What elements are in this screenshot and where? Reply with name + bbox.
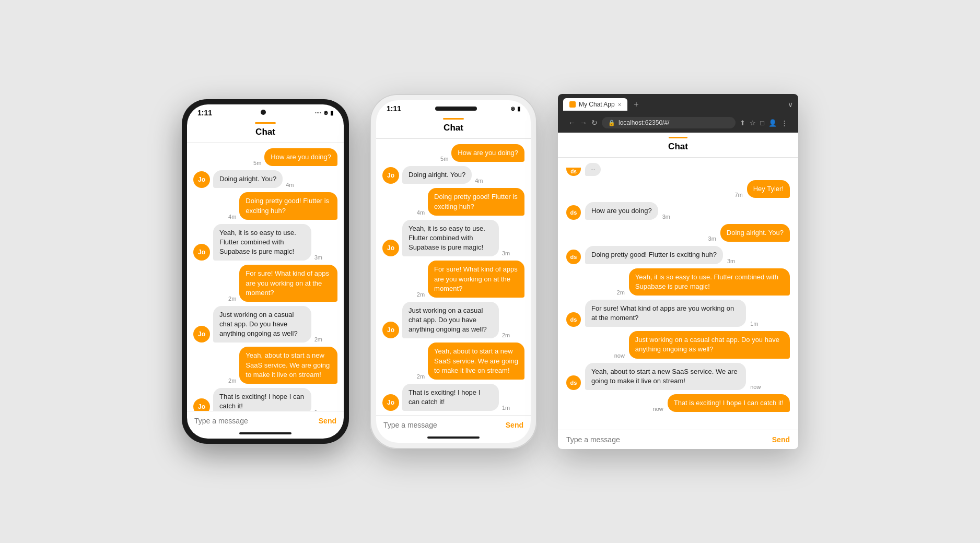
table-row: Jo Yeah, it is so easy to use. Flutter c… — [193, 224, 337, 261]
browser-nav: ← → ↻ 🔒 localhost:62350/#/ ⬆ ☆ □ 👤 ⋮ — [563, 114, 793, 133]
input-bar-light: Send — [376, 415, 531, 434]
msg-time: 2m — [228, 377, 236, 384]
table-row: 2m For sure! What kind of apps are you w… — [193, 265, 337, 302]
received-bubble: For sure! What kind of apps are you work… — [585, 300, 746, 327]
status-time: 1:11 — [197, 109, 212, 117]
table-row: Jo Just working on a casual chat app. Do… — [382, 302, 524, 339]
sent-bubble: Doing pretty good! Flutter is exciting h… — [239, 192, 337, 219]
share-icon[interactable]: ⬆ — [740, 119, 745, 127]
sent-bubble: Doing alright. You? — [720, 224, 790, 242]
bookmark-icon[interactable]: ☆ — [750, 119, 756, 127]
message-input-light[interactable] — [383, 421, 501, 429]
send-button-dark[interactable]: Send — [319, 417, 336, 425]
messages-area-dark[interactable]: 5m How are you doing? Jo Doing alright. … — [187, 143, 344, 411]
msg-time: 1m — [750, 321, 758, 327]
home-indicator — [239, 432, 291, 434]
avatar: Jo — [382, 322, 399, 338]
received-bubble: Yeah, about to start a new SaaS service.… — [585, 363, 746, 390]
avatar: Jo — [382, 394, 399, 411]
tab-close-button[interactable]: × — [618, 101, 621, 108]
iphone-screen: 1:11 ⊜ ▮ Chat 5m How are you doing? Jo D… — [376, 100, 531, 443]
table-row: 5m How are you doing? — [193, 148, 337, 166]
avatar: Jo — [382, 240, 399, 256]
signal-dots: ···· — [315, 110, 321, 116]
chat-header-dark: Chat — [187, 119, 344, 143]
received-bubble: Yeah, it is so easy to use. Flutter comb… — [213, 224, 311, 261]
browser-chat-title: Chat — [668, 141, 688, 151]
table-row: now Just working on a casual chat app. D… — [566, 331, 790, 358]
table-row: Jo Yeah, it is so easy to use. Flutter c… — [382, 220, 524, 257]
forward-button[interactable]: → — [580, 119, 587, 127]
orange-accent-bar — [255, 122, 276, 124]
received-bubble: Just working on a casual chat app. Do yo… — [213, 306, 311, 343]
received-bubble: That is exciting! I hope I can catch it! — [213, 388, 311, 411]
received-bubble: Doing alright. You? — [213, 170, 283, 188]
avatar: Jo — [193, 326, 210, 343]
battery-icon-light: ▮ — [517, 105, 520, 112]
chat-title-light: Chat — [444, 123, 463, 133]
extensions-icon[interactable]: □ — [760, 119, 764, 127]
browser-chrome: My Chat App × + ∨ ← → ↻ 🔒 localhost:6235… — [558, 94, 798, 133]
msg-time: 4m — [228, 214, 236, 220]
table-row: 5m How are you doing? — [382, 144, 524, 162]
table-row: 3m Doing alright. You? — [566, 224, 790, 242]
avatar: Jo — [382, 167, 399, 184]
browser-send-button[interactable]: Send — [772, 435, 790, 444]
new-tab-button[interactable]: + — [631, 99, 641, 110]
profile-icon[interactable]: 👤 — [768, 119, 777, 127]
table-row: 7m Hey Tyler! — [566, 180, 790, 198]
table-row: 2m For sure! What kind of apps are you w… — [382, 261, 524, 298]
orange-accent-browser — [669, 137, 687, 138]
browser-chat-header: Chat — [558, 133, 798, 158]
wifi-icon: ⊜ — [323, 110, 328, 116]
table-row: ds How are you doing? 3m — [566, 202, 790, 220]
msg-time: now — [653, 406, 663, 412]
sent-bubble: Doing pretty good! Flutter is exciting h… — [428, 188, 524, 215]
input-bar-dark: Send — [187, 411, 344, 430]
table-row: 4m Doing pretty good! Flutter is excitin… — [193, 192, 337, 219]
more-icon[interactable]: ⋮ — [781, 119, 788, 127]
msg-time: 4m — [475, 178, 483, 184]
back-button[interactable]: ← — [568, 119, 576, 127]
tab-favicon — [569, 101, 576, 108]
sent-bubble: Yeah, it is so easy to use. Flutter comb… — [629, 268, 790, 296]
table-row: ds For sure! What kind of apps are you w… — [566, 300, 790, 327]
msg-time: now — [750, 384, 761, 390]
sent-bubble: How are you doing? — [264, 148, 337, 166]
avatar: Jo — [193, 244, 210, 261]
refresh-button[interactable]: ↻ — [591, 119, 598, 127]
status-icons-light: ⊜ ▮ — [510, 105, 520, 112]
avatar: ds — [566, 312, 581, 327]
address-bar[interactable]: 🔒 localhost:62350/#/ — [602, 117, 736, 128]
chat-header-light: Chat — [376, 115, 531, 139]
messages-area-light[interactable]: 5m How are you doing? Jo Doing alright. … — [376, 139, 531, 415]
table-row: ds Doing pretty good! Flutter is excitin… — [566, 246, 790, 264]
status-bar-dark: 1:11 ···· ⊜ ▮ — [187, 104, 344, 119]
wifi-icon-light: ⊜ — [510, 105, 515, 112]
msg-time: 2m — [314, 336, 322, 343]
browser-messages-area[interactable]: ds ··· 7m Hey Tyler! ds How are you doin… — [558, 158, 798, 430]
browser-tab-active[interactable]: My Chat App × — [563, 98, 627, 111]
avatar: ds — [566, 250, 581, 264]
received-bubble: Just working on a casual chat app. Do yo… — [402, 302, 499, 339]
tab-bar: My Chat App × + ∨ — [563, 98, 793, 111]
tab-menu-button[interactable]: ∨ — [788, 100, 793, 109]
table-row: Jo Doing alright. You? 4m — [382, 166, 524, 184]
browser-message-input[interactable] — [566, 435, 768, 444]
msg-time: 3m — [708, 235, 716, 242]
notch-pill — [435, 107, 477, 111]
avatar: Jo — [193, 171, 210, 188]
table-row: Jo Just working on a casual chat app. Do… — [193, 306, 337, 343]
avatar: ds — [566, 205, 581, 220]
send-button-light[interactable]: Send — [506, 421, 523, 429]
battery-icon: ▮ — [330, 110, 333, 116]
table-row: Jo Doing alright. You? 4m — [193, 170, 337, 188]
iphone-phone: 1:11 ⊜ ▮ Chat 5m How are you doing? Jo D… — [370, 94, 537, 449]
message-input-dark[interactable] — [194, 417, 314, 425]
table-row: 2m Yeah, it is so easy to use. Flutter c… — [566, 268, 790, 296]
avatar: ds — [566, 375, 581, 390]
table-row: 2m Yeah, about to start a new SaaS servi… — [193, 347, 337, 384]
sent-bubble: For sure! What kind of apps are you work… — [239, 265, 337, 302]
sent-bubble: Yeah, about to start a new SaaS service.… — [428, 343, 524, 380]
msg-time: 7m — [734, 192, 742, 198]
